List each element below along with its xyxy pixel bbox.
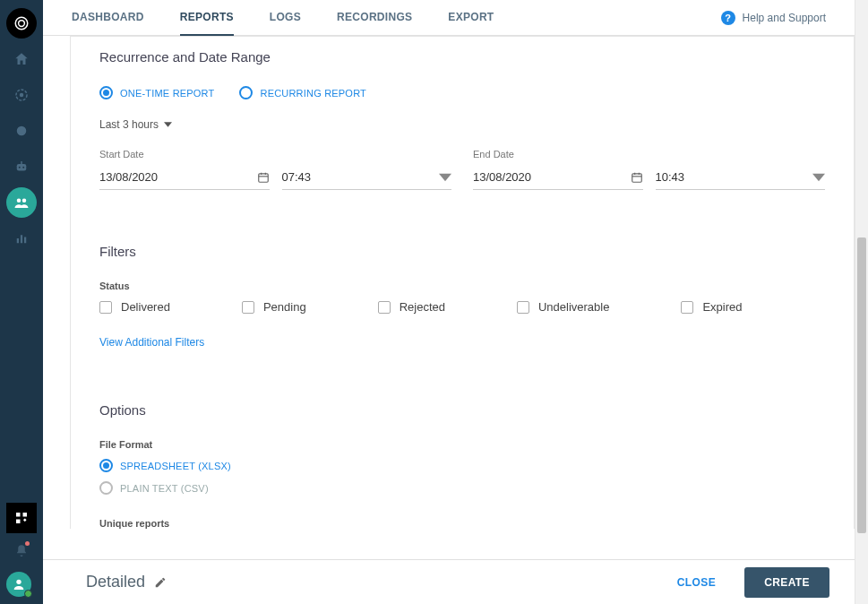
recurring-radio-label: RECURRING REPORT (260, 88, 366, 99)
end-date-value: 13/08/2020 (473, 170, 531, 184)
tab-logs[interactable]: LOGS (270, 0, 301, 36)
svg-rect-13 (24, 237, 26, 244)
svg-point-1 (19, 21, 25, 27)
status-delivered-label: Delivered (121, 300, 170, 314)
recurrence-title: Recurrence and Date Range (99, 49, 825, 65)
caret-down-icon (439, 171, 451, 184)
sidebar-logo[interactable] (6, 8, 37, 39)
checkbox-icon (99, 301, 112, 314)
spiral-icon (13, 15, 30, 31)
status-pending-checkbox[interactable]: Pending (242, 300, 306, 314)
scrollbar-thumb[interactable] (857, 237, 866, 533)
sidebar-profile[interactable] (6, 572, 31, 597)
sidebar-analytics[interactable] (6, 223, 37, 254)
help-icon: ? (721, 11, 735, 25)
format-csv-radio[interactable]: PLAIN TEXT (CSV) (99, 481, 825, 495)
sidebar-people[interactable] (6, 187, 37, 218)
format-csv-label: PLAIN TEXT (CSV) (120, 483, 209, 494)
grid-add-icon (13, 510, 30, 526)
svg-point-3 (20, 93, 24, 98)
status-undeliverable-checkbox[interactable]: Undeliverable (517, 300, 610, 314)
chart-icon (13, 230, 30, 246)
format-xlsx-radio[interactable]: SPREADSHEET (XLSX) (99, 459, 825, 472)
svg-point-4 (17, 126, 27, 136)
svg-rect-5 (17, 164, 27, 171)
radio-off-icon (239, 86, 253, 99)
caret-down-icon (812, 171, 825, 184)
start-date-group: Start Date 13/08/2020 07:43 (99, 149, 451, 190)
user-icon (12, 577, 26, 591)
svg-point-7 (22, 167, 24, 168)
filters-title: Filters (99, 244, 825, 259)
status-expired-checkbox[interactable]: Expired (681, 300, 742, 314)
view-additional-filters-link[interactable]: View Additional Filters (99, 336, 204, 349)
people-icon (13, 194, 30, 211)
caret-down-icon (164, 122, 172, 127)
start-date-value: 13/08/2020 (99, 170, 158, 184)
svg-rect-18 (258, 173, 268, 181)
svg-rect-14 (16, 513, 21, 517)
sidebar-moon[interactable] (6, 116, 37, 146)
one-time-radio-label: ONE-TIME REPORT (120, 88, 214, 99)
edit-icon[interactable] (154, 576, 167, 589)
radio-on-icon (99, 459, 113, 472)
svg-rect-12 (21, 235, 22, 243)
radio-off-icon (99, 481, 113, 495)
filters-section: Filters Status Delivered Pending Rejecte… (70, 226, 855, 385)
calendar-icon (631, 171, 643, 184)
create-button[interactable]: CREATE (744, 567, 829, 598)
tab-export[interactable]: EXPORT (448, 0, 494, 36)
start-time-input[interactable]: 07:43 (282, 165, 452, 190)
moon-icon (13, 123, 30, 139)
start-date-input[interactable]: 13/08/2020 (99, 165, 270, 190)
presence-dot-icon (24, 590, 32, 598)
range-preset-label: Last 3 hours (99, 118, 159, 131)
report-name-text: Detailed (86, 573, 145, 591)
start-date-label: Start Date (99, 149, 451, 160)
svg-rect-11 (17, 238, 19, 243)
status-expired-label: Expired (702, 300, 742, 314)
report-name: Detailed (86, 573, 167, 591)
sidebar-target[interactable] (6, 80, 37, 110)
end-time-input[interactable]: 10:43 (656, 165, 826, 190)
scrollbar[interactable] (855, 0, 868, 604)
sidebar-bottom (6, 500, 37, 604)
recurring-radio[interactable]: RECURRING REPORT (239, 86, 366, 99)
checkbox-icon (681, 301, 693, 314)
file-format-label: File Format (99, 439, 825, 450)
one-time-radio[interactable]: ONE-TIME REPORT (99, 86, 214, 99)
svg-point-9 (17, 199, 21, 203)
sidebar-apps[interactable] (6, 503, 37, 533)
tab-recordings[interactable]: RECORDINGS (337, 0, 412, 36)
svg-point-17 (16, 580, 21, 584)
top-tabbar: DASHBOARD REPORTS LOGS RECORDINGS EXPORT… (43, 0, 855, 36)
help-link[interactable]: ? Help and Support (721, 11, 826, 25)
end-date-label: End Date (473, 149, 825, 160)
range-preset-dropdown[interactable]: Last 3 hours (99, 118, 172, 131)
report-form: Recurrence and Date Range ONE-TIME REPOR… (70, 36, 855, 559)
sidebar-bot[interactable] (6, 151, 37, 182)
left-sidebar (0, 0, 43, 604)
status-rejected-label: Rejected (400, 300, 445, 314)
status-rejected-checkbox[interactable]: Rejected (378, 300, 445, 314)
end-time-value: 10:43 (656, 170, 685, 184)
bot-icon (13, 159, 30, 175)
format-xlsx-label: SPREADSHEET (XLSX) (120, 461, 231, 471)
radio-on-icon (99, 86, 113, 99)
checkbox-icon (242, 301, 254, 314)
tab-reports[interactable]: REPORTS (180, 0, 234, 36)
svg-rect-22 (632, 173, 641, 181)
home-icon (13, 51, 30, 67)
status-undeliverable-label: Undeliverable (538, 300, 610, 314)
checkbox-icon (378, 301, 391, 314)
tab-dashboard[interactable]: DASHBOARD (72, 0, 144, 36)
svg-rect-15 (23, 513, 28, 517)
status-delivered-checkbox[interactable]: Delivered (99, 300, 170, 314)
svg-point-0 (15, 17, 28, 30)
end-date-input[interactable]: 13/08/2020 (473, 165, 643, 190)
sidebar-home[interactable] (6, 44, 37, 74)
svg-point-10 (22, 199, 27, 203)
sidebar-notifications[interactable] (6, 536, 37, 566)
status-label: Status (99, 280, 825, 291)
close-button[interactable]: CLOSE (657, 567, 735, 598)
